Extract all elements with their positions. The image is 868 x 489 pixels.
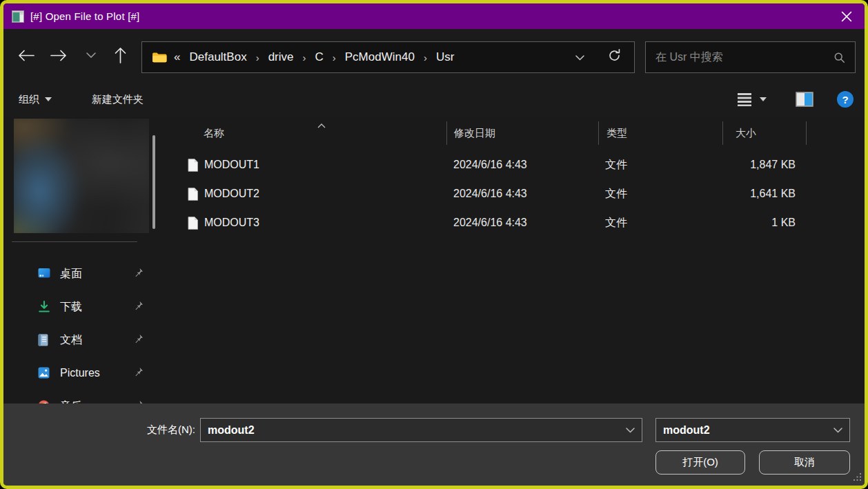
search-input[interactable] <box>655 51 834 63</box>
resize-grip[interactable] <box>853 472 862 484</box>
app-icon <box>12 10 24 23</box>
sidebar-item-label: 下载 <box>60 300 164 315</box>
up-icon[interactable] <box>108 43 132 67</box>
close-icon[interactable] <box>837 8 856 26</box>
pin-icon[interactable] <box>134 367 144 379</box>
open-button[interactable]: 打开(O) <box>655 450 745 475</box>
open-file-dialog: [#] Open File to Plot [#] « <box>0 0 868 489</box>
file-icon <box>188 188 198 201</box>
cancel-button[interactable]: 取消 <box>759 450 850 475</box>
open-button-label: 打开(O) <box>682 456 718 469</box>
file-type: 文件 <box>598 158 721 172</box>
sidebar-item-documents[interactable]: 文档 <box>3 323 164 357</box>
sidebar: 桌面 下载 <box>3 117 164 403</box>
window-title: [#] Open File to Plot [#] <box>30 10 831 22</box>
chevron-down-icon[interactable] <box>619 428 642 433</box>
sidebar-item-desktop[interactable]: 桌面 <box>3 257 164 290</box>
new-folder-button[interactable]: 新建文件夹 <box>86 89 149 110</box>
breadcrumb-separator: › <box>331 52 337 63</box>
pictures-icon <box>38 367 50 379</box>
sidebar-item-label: 桌面 <box>60 267 164 281</box>
file-row-modout2[interactable]: MODOUT2 2024/6/16 4:43 文件 1,641 KB <box>164 179 865 208</box>
column-header-date[interactable]: 修改日期 <box>447 117 598 149</box>
file-size: 1 KB <box>721 217 804 229</box>
column-header-label: 大小 <box>736 127 756 140</box>
breadcrumb-separator: › <box>255 52 261 63</box>
preview-pane-button[interactable] <box>790 88 819 111</box>
pin-icon[interactable] <box>134 334 144 346</box>
help-icon[interactable]: ? <box>837 91 854 108</box>
details-view-icon <box>736 92 753 106</box>
breadcrumb-item-c[interactable]: C <box>310 49 328 66</box>
column-header-label: 类型 <box>606 127 627 140</box>
file-name: MODOUT1 <box>204 159 259 171</box>
sidebar-items: 桌面 下载 <box>3 257 164 403</box>
file-size: 1,641 KB <box>721 188 804 200</box>
organize-button[interactable]: 组织 <box>13 89 57 110</box>
sidebar-item-downloads[interactable]: 下载 <box>3 290 164 323</box>
file-icon <box>188 217 198 230</box>
organize-label: 组织 <box>19 93 39 106</box>
dialog-footer: 文件名(N): 打开(O) 取消 <box>3 403 865 486</box>
breadcrumb-item-usr[interactable]: Usr <box>431 49 459 66</box>
file-row-modout3[interactable]: MODOUT3 2024/6/16 4:43 文件 1 KB <box>164 208 865 237</box>
pin-icon[interactable] <box>134 268 144 280</box>
recent-locations-chevron-icon[interactable] <box>79 43 103 67</box>
refresh-icon[interactable] <box>607 48 622 66</box>
chevron-down-icon <box>45 97 52 101</box>
help-glyph: ? <box>842 94 848 106</box>
file-date: 2024/6/16 4:43 <box>446 188 598 200</box>
blurred-image <box>14 119 149 233</box>
address-dropdown-chevron-icon[interactable] <box>575 50 584 64</box>
download-icon <box>38 301 50 313</box>
file-date: 2024/6/16 4:43 <box>446 217 598 229</box>
column-resize-handle[interactable] <box>806 121 807 145</box>
breadcrumb-item-pcmodwin40[interactable]: PcModWin40 <box>340 49 420 66</box>
titlebar[interactable]: [#] Open File to Plot [#] <box>3 3 865 29</box>
file-row-modout1[interactable]: MODOUT1 2024/6/16 4:43 文件 1,847 KB <box>164 150 865 179</box>
sidebar-divider <box>12 241 137 242</box>
file-list: 名称 修改日期 类型 大小 <box>164 117 865 403</box>
sort-ascending-icon <box>317 119 326 130</box>
breadcrumb-separator: › <box>422 52 428 63</box>
sidebar-item-music[interactable]: 音乐 <box>3 390 164 403</box>
filename-combobox <box>200 418 642 442</box>
forward-icon[interactable] <box>47 43 70 67</box>
file-size: 1,847 KB <box>721 159 804 171</box>
sidebar-item-pictures[interactable]: Pictures <box>3 357 164 390</box>
file-type: 文件 <box>598 187 721 201</box>
file-type: 文件 <box>598 216 721 230</box>
view-mode-button[interactable] <box>731 88 772 110</box>
filetype-combobox[interactable] <box>655 418 850 442</box>
column-header-label: 名称 <box>204 127 224 140</box>
sidebar-item-label: 文档 <box>60 333 164 348</box>
breadcrumb-overflow[interactable]: « <box>174 50 181 64</box>
sidebar-scrollbar[interactable] <box>152 135 155 229</box>
breadcrumb: « DefaultBox › drive › C › PcModWin40 › … <box>174 49 624 66</box>
filename-input[interactable] <box>201 424 619 437</box>
file-name: MODOUT2 <box>204 188 259 200</box>
command-bar: 组织 新建文件夹 ? <box>3 81 865 117</box>
filetype-value[interactable] <box>656 424 827 437</box>
address-bar[interactable]: « DefaultBox › drive › C › PcModWin40 › … <box>141 41 635 73</box>
column-header-size[interactable]: 大小 <box>723 117 806 149</box>
document-icon <box>38 334 50 346</box>
search-icon[interactable] <box>834 52 845 63</box>
folder-icon <box>152 51 167 63</box>
sidebar-item-label: Pictures <box>60 367 164 379</box>
chevron-down-icon[interactable] <box>827 428 849 433</box>
back-icon[interactable] <box>14 43 38 67</box>
column-header-label: 修改日期 <box>454 127 495 140</box>
preview-thumbnail <box>14 119 149 233</box>
column-header-type[interactable]: 类型 <box>599 117 722 149</box>
file-name: MODOUT3 <box>204 217 259 229</box>
pin-icon[interactable] <box>134 301 144 313</box>
new-folder-label: 新建文件夹 <box>92 93 144 106</box>
cancel-button-label: 取消 <box>794 456 815 469</box>
breadcrumb-item-defaultbox[interactable]: DefaultBox <box>184 49 251 66</box>
file-rows: MODOUT1 2024/6/16 4:43 文件 1,847 KB MODOU… <box>164 150 865 237</box>
file-icon <box>188 159 198 172</box>
column-header-name[interactable]: 名称 <box>164 117 446 149</box>
breadcrumb-item-drive[interactable]: drive <box>264 49 299 66</box>
breadcrumb-separator: › <box>302 52 308 63</box>
